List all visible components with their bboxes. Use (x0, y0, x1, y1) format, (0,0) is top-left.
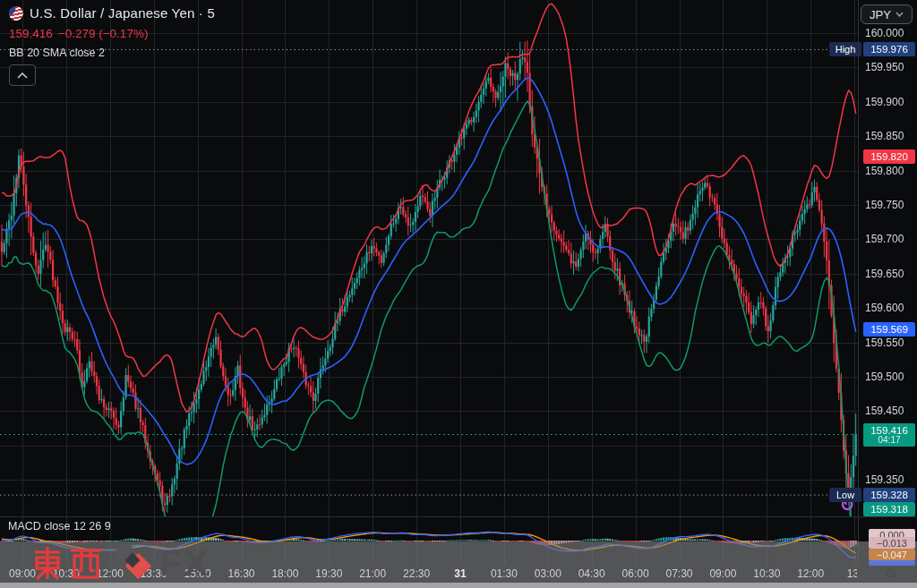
broker-watermark: 東西 FX (30, 541, 210, 585)
price-tick-label: 159.850 (858, 130, 917, 142)
axis-corner-separator (857, 564, 858, 583)
time-tick-label: 31 (454, 567, 466, 580)
time-tick-label: 01:30 (491, 567, 518, 580)
high-value-badge: 159.976 (863, 42, 915, 56)
tozai-cjk-logo (30, 545, 104, 581)
price-tick-label: 159.600 (858, 302, 917, 314)
bb-basis-badge: 159.569 (863, 322, 915, 337)
price-tick-label: 159.500 (858, 371, 917, 383)
chevron-up-icon (17, 72, 28, 79)
price-tick-label: 159.350 (858, 473, 917, 486)
price-tick-label: 159.550 (858, 337, 917, 349)
legend-collapse-button[interactable] (9, 64, 36, 86)
low-value-badge: 159.328 (863, 488, 915, 502)
price-tick-label: 159.800 (858, 165, 917, 177)
time-tick-label: 16:30 (227, 567, 254, 580)
time-tick-label: 12:00 (797, 567, 824, 580)
time-tick-label: 04:30 (578, 567, 605, 580)
time-tick-label: 18:00 (271, 567, 298, 580)
price-tick-label: 159.750 (858, 199, 917, 211)
bb-indicator-label[interactable]: BB 20 SMA close 2 (9, 47, 215, 59)
high-label-badge: High (829, 42, 861, 56)
time-tick-label: 10:30 (753, 567, 780, 580)
time-tick-label: 07:30 (665, 567, 692, 580)
price-tick-label: 159.950 (858, 61, 917, 73)
currency-label: JPY (870, 8, 891, 21)
symbol-title[interactable]: U.S. Dollar / Japanese Yen · 5 (30, 5, 215, 21)
us-flag-icon (8, 4, 25, 21)
time-tick-label: 21:00 (359, 567, 386, 580)
chevron-down-icon (896, 12, 904, 17)
last-price: 159.416 (9, 27, 53, 40)
time-tick-label: 06:00 (622, 567, 649, 580)
diamond-logo-icon (109, 541, 154, 585)
watermark-fx-text: FX (159, 545, 210, 581)
price-tick-label: 159.450 (858, 405, 917, 417)
time-tick-label: 09:00 (709, 567, 736, 580)
last-price-value: 159.416 (870, 425, 908, 436)
bar-countdown: 04:17 (878, 436, 900, 446)
price-tick-label: 159.900 (858, 96, 917, 108)
price-tick-label: 159.650 (858, 268, 917, 280)
time-tick-label: 13: (847, 567, 857, 580)
price-tick-label: 160.000 (858, 27, 917, 39)
price-change: −0.279 (−0.17%) (58, 27, 149, 40)
gear-icon[interactable]: ⚙ (873, 564, 909, 583)
price-tick-label: 159.700 (858, 233, 917, 245)
macd-indicator-label[interactable]: MACD close 12 26 9 (8, 520, 111, 533)
chart-legend: U.S. Dollar / Japanese Yen · 5 159.416−0… (9, 5, 215, 59)
chart-canvas[interactable] (0, 0, 917, 588)
time-tick-label: 03:00 (535, 567, 561, 580)
time-tick-label: 19:30 (315, 567, 342, 580)
bb-lower-badge: 159.318 (863, 502, 915, 516)
bb-upper-badge: 159.820 (863, 149, 915, 164)
price-row: 159.416−0.279 (−0.17%) (9, 27, 215, 40)
low-label-badge: Low (829, 488, 861, 502)
trading-app: U.S. Dollar / Japanese Yen · 5 159.416−0… (0, 0, 917, 588)
macd-signal-badge: −0.047 (869, 549, 915, 560)
time-tick-label: 22:30 (403, 567, 430, 580)
last-price-badge: 159.416 04:17 (863, 423, 915, 447)
symbol-title-row[interactable]: U.S. Dollar / Japanese Yen · 5 (9, 5, 215, 21)
currency-selector[interactable]: JPY (861, 4, 913, 24)
macd-hist-badge: −0.013 (869, 537, 915, 549)
